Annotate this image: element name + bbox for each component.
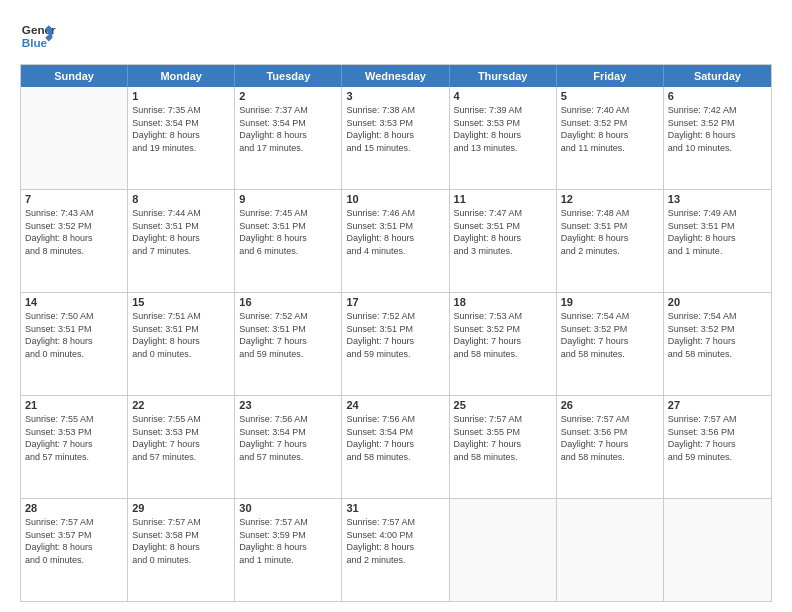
day-info: Sunrise: 7:55 AM Sunset: 3:53 PM Dayligh…: [25, 413, 123, 463]
day-info: Sunrise: 7:46 AM Sunset: 3:51 PM Dayligh…: [346, 207, 444, 257]
calendar-row-4: 21Sunrise: 7:55 AM Sunset: 3:53 PM Dayli…: [21, 395, 771, 498]
day-number: 31: [346, 502, 444, 514]
day-cell-19: 19Sunrise: 7:54 AM Sunset: 3:52 PM Dayli…: [557, 293, 664, 395]
day-number: 29: [132, 502, 230, 514]
header: General Blue: [20, 18, 772, 54]
day-info: Sunrise: 7:57 AM Sunset: 3:56 PM Dayligh…: [561, 413, 659, 463]
day-info: Sunrise: 7:57 AM Sunset: 3:55 PM Dayligh…: [454, 413, 552, 463]
logo: General Blue: [20, 18, 58, 54]
day-cell-5: 5Sunrise: 7:40 AM Sunset: 3:52 PM Daylig…: [557, 87, 664, 189]
day-number: 26: [561, 399, 659, 411]
day-info: Sunrise: 7:57 AM Sunset: 3:57 PM Dayligh…: [25, 516, 123, 566]
day-cell-8: 8Sunrise: 7:44 AM Sunset: 3:51 PM Daylig…: [128, 190, 235, 292]
day-number: 8: [132, 193, 230, 205]
day-cell-21: 21Sunrise: 7:55 AM Sunset: 3:53 PM Dayli…: [21, 396, 128, 498]
day-number: 13: [668, 193, 767, 205]
day-cell-18: 18Sunrise: 7:53 AM Sunset: 3:52 PM Dayli…: [450, 293, 557, 395]
day-cell-6: 6Sunrise: 7:42 AM Sunset: 3:52 PM Daylig…: [664, 87, 771, 189]
svg-text:Blue: Blue: [22, 36, 48, 49]
calendar-row-2: 7Sunrise: 7:43 AM Sunset: 3:52 PM Daylig…: [21, 189, 771, 292]
page: General Blue SundayMondayTuesdayWednesda…: [0, 0, 792, 612]
day-info: Sunrise: 7:35 AM Sunset: 3:54 PM Dayligh…: [132, 104, 230, 154]
day-cell-25: 25Sunrise: 7:57 AM Sunset: 3:55 PM Dayli…: [450, 396, 557, 498]
day-info: Sunrise: 7:48 AM Sunset: 3:51 PM Dayligh…: [561, 207, 659, 257]
day-info: Sunrise: 7:42 AM Sunset: 3:52 PM Dayligh…: [668, 104, 767, 154]
day-info: Sunrise: 7:57 AM Sunset: 3:56 PM Dayligh…: [668, 413, 767, 463]
day-info: Sunrise: 7:50 AM Sunset: 3:51 PM Dayligh…: [25, 310, 123, 360]
day-number: 2: [239, 90, 337, 102]
day-info: Sunrise: 7:44 AM Sunset: 3:51 PM Dayligh…: [132, 207, 230, 257]
day-info: Sunrise: 7:56 AM Sunset: 3:54 PM Dayligh…: [346, 413, 444, 463]
day-cell-7: 7Sunrise: 7:43 AM Sunset: 3:52 PM Daylig…: [21, 190, 128, 292]
day-info: Sunrise: 7:43 AM Sunset: 3:52 PM Dayligh…: [25, 207, 123, 257]
day-cell-20: 20Sunrise: 7:54 AM Sunset: 3:52 PM Dayli…: [664, 293, 771, 395]
day-cell-29: 29Sunrise: 7:57 AM Sunset: 3:58 PM Dayli…: [128, 499, 235, 601]
day-number: 21: [25, 399, 123, 411]
day-info: Sunrise: 7:39 AM Sunset: 3:53 PM Dayligh…: [454, 104, 552, 154]
calendar-header: SundayMondayTuesdayWednesdayThursdayFrid…: [21, 65, 771, 87]
day-number: 14: [25, 296, 123, 308]
day-number: 16: [239, 296, 337, 308]
logo-icon: General Blue: [20, 18, 56, 54]
weekday-header-tuesday: Tuesday: [235, 65, 342, 87]
calendar-row-3: 14Sunrise: 7:50 AM Sunset: 3:51 PM Dayli…: [21, 292, 771, 395]
day-number: 25: [454, 399, 552, 411]
day-cell-10: 10Sunrise: 7:46 AM Sunset: 3:51 PM Dayli…: [342, 190, 449, 292]
day-cell-3: 3Sunrise: 7:38 AM Sunset: 3:53 PM Daylig…: [342, 87, 449, 189]
day-cell-4: 4Sunrise: 7:39 AM Sunset: 3:53 PM Daylig…: [450, 87, 557, 189]
weekday-header-friday: Friday: [557, 65, 664, 87]
day-info: Sunrise: 7:47 AM Sunset: 3:51 PM Dayligh…: [454, 207, 552, 257]
day-cell-11: 11Sunrise: 7:47 AM Sunset: 3:51 PM Dayli…: [450, 190, 557, 292]
day-cell-24: 24Sunrise: 7:56 AM Sunset: 3:54 PM Dayli…: [342, 396, 449, 498]
day-number: 6: [668, 90, 767, 102]
day-number: 12: [561, 193, 659, 205]
day-cell-2: 2Sunrise: 7:37 AM Sunset: 3:54 PM Daylig…: [235, 87, 342, 189]
day-info: Sunrise: 7:52 AM Sunset: 3:51 PM Dayligh…: [346, 310, 444, 360]
day-number: 28: [25, 502, 123, 514]
day-info: Sunrise: 7:52 AM Sunset: 3:51 PM Dayligh…: [239, 310, 337, 360]
day-cell-28: 28Sunrise: 7:57 AM Sunset: 3:57 PM Dayli…: [21, 499, 128, 601]
calendar-body: 1Sunrise: 7:35 AM Sunset: 3:54 PM Daylig…: [21, 87, 771, 601]
day-number: 22: [132, 399, 230, 411]
day-cell-23: 23Sunrise: 7:56 AM Sunset: 3:54 PM Dayli…: [235, 396, 342, 498]
day-info: Sunrise: 7:57 AM Sunset: 3:59 PM Dayligh…: [239, 516, 337, 566]
day-cell-17: 17Sunrise: 7:52 AM Sunset: 3:51 PM Dayli…: [342, 293, 449, 395]
day-info: Sunrise: 7:57 AM Sunset: 3:58 PM Dayligh…: [132, 516, 230, 566]
day-cell-31: 31Sunrise: 7:57 AM Sunset: 4:00 PM Dayli…: [342, 499, 449, 601]
day-info: Sunrise: 7:45 AM Sunset: 3:51 PM Dayligh…: [239, 207, 337, 257]
day-cell-1: 1Sunrise: 7:35 AM Sunset: 3:54 PM Daylig…: [128, 87, 235, 189]
day-info: Sunrise: 7:40 AM Sunset: 3:52 PM Dayligh…: [561, 104, 659, 154]
weekday-header-sunday: Sunday: [21, 65, 128, 87]
day-info: Sunrise: 7:49 AM Sunset: 3:51 PM Dayligh…: [668, 207, 767, 257]
day-number: 5: [561, 90, 659, 102]
day-info: Sunrise: 7:38 AM Sunset: 3:53 PM Dayligh…: [346, 104, 444, 154]
weekday-header-monday: Monday: [128, 65, 235, 87]
weekday-header-wednesday: Wednesday: [342, 65, 449, 87]
day-info: Sunrise: 7:53 AM Sunset: 3:52 PM Dayligh…: [454, 310, 552, 360]
day-cell-14: 14Sunrise: 7:50 AM Sunset: 3:51 PM Dayli…: [21, 293, 128, 395]
day-cell-16: 16Sunrise: 7:52 AM Sunset: 3:51 PM Dayli…: [235, 293, 342, 395]
day-info: Sunrise: 7:54 AM Sunset: 3:52 PM Dayligh…: [668, 310, 767, 360]
day-number: 19: [561, 296, 659, 308]
day-number: 11: [454, 193, 552, 205]
day-info: Sunrise: 7:55 AM Sunset: 3:53 PM Dayligh…: [132, 413, 230, 463]
day-cell-30: 30Sunrise: 7:57 AM Sunset: 3:59 PM Dayli…: [235, 499, 342, 601]
day-info: Sunrise: 7:37 AM Sunset: 3:54 PM Dayligh…: [239, 104, 337, 154]
day-number: 27: [668, 399, 767, 411]
day-cell-27: 27Sunrise: 7:57 AM Sunset: 3:56 PM Dayli…: [664, 396, 771, 498]
day-info: Sunrise: 7:54 AM Sunset: 3:52 PM Dayligh…: [561, 310, 659, 360]
day-number: 9: [239, 193, 337, 205]
weekday-header-saturday: Saturday: [664, 65, 771, 87]
day-number: 15: [132, 296, 230, 308]
day-number: 3: [346, 90, 444, 102]
empty-cell: [664, 499, 771, 601]
calendar-row-1: 1Sunrise: 7:35 AM Sunset: 3:54 PM Daylig…: [21, 87, 771, 189]
calendar: SundayMondayTuesdayWednesdayThursdayFrid…: [20, 64, 772, 602]
day-number: 10: [346, 193, 444, 205]
day-number: 4: [454, 90, 552, 102]
day-number: 7: [25, 193, 123, 205]
day-number: 17: [346, 296, 444, 308]
day-info: Sunrise: 7:57 AM Sunset: 4:00 PM Dayligh…: [346, 516, 444, 566]
day-cell-15: 15Sunrise: 7:51 AM Sunset: 3:51 PM Dayli…: [128, 293, 235, 395]
day-cell-26: 26Sunrise: 7:57 AM Sunset: 3:56 PM Dayli…: [557, 396, 664, 498]
